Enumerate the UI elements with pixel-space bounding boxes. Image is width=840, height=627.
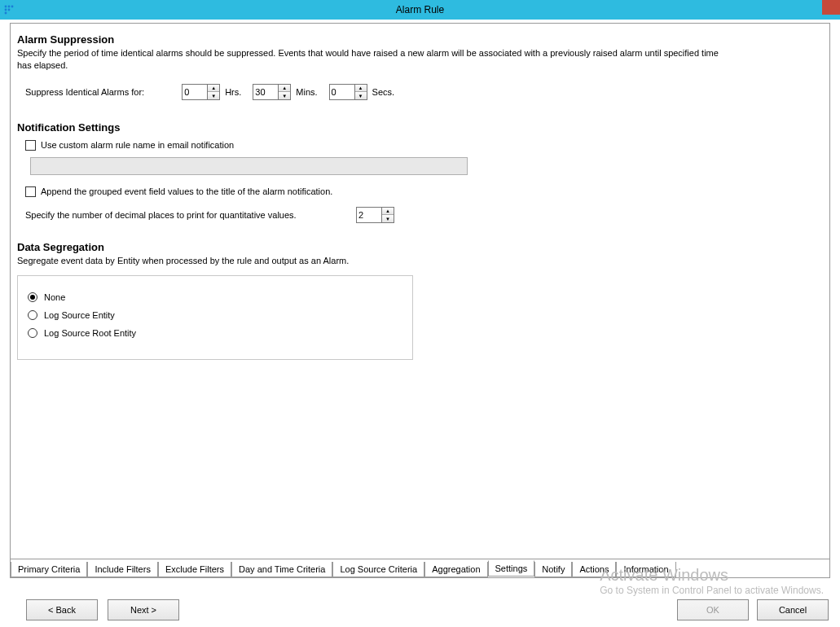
tab-information[interactable]: Information <box>616 562 675 577</box>
notification-heading: Notification Settings <box>17 121 823 134</box>
segregation-group: None Log Source Entity Log Source Root E… <box>17 275 413 360</box>
app-icon <box>0 0 18 20</box>
suppress-mins-unit: Mins. <box>296 87 317 97</box>
suppress-hrs-unit: Hrs. <box>225 87 241 97</box>
suppress-secs-field[interactable]: ▲ ▼ <box>329 84 367 100</box>
append-values-label: Append the grouped event field values to… <box>41 186 332 196</box>
suppress-secs-unit: Secs. <box>372 87 395 97</box>
decimal-up[interactable]: ▲ <box>382 208 394 216</box>
suppress-mins-field[interactable]: ▲ ▼ <box>253 84 291 100</box>
svg-point-1 <box>8 6 11 8</box>
decimal-input[interactable] <box>357 208 381 222</box>
segregation-root-label: Log Source Root Entity <box>44 328 136 338</box>
segregation-entity-radio[interactable] <box>28 310 37 320</box>
suppress-secs-input[interactable] <box>330 85 354 99</box>
tab-notify[interactable]: Notify <box>534 562 572 577</box>
suppress-mins-input[interactable] <box>253 85 278 99</box>
suppress-hrs-field[interactable]: ▲ ▼ <box>182 84 220 100</box>
tab-settings[interactable]: Settings <box>488 560 535 577</box>
suppress-label: Suppress Identical Alarms for: <box>25 87 144 97</box>
suppress-secs-up[interactable]: ▲ <box>355 85 367 93</box>
tab-strip: Primary Criteria Include Filters Exclude… <box>11 559 829 577</box>
watermark-sub: Go to System in Control Panel to activat… <box>600 585 824 596</box>
tab-actions[interactable]: Actions <box>572 562 616 577</box>
ok-button: OK <box>677 599 749 620</box>
segregation-none-label: None <box>44 292 65 302</box>
window-title: Alarm Rule <box>0 4 840 15</box>
cancel-button[interactable]: Cancel <box>757 599 829 620</box>
tab-log-source-criteria[interactable]: Log Source Criteria <box>332 562 424 577</box>
custom-name-label: Use custom alarm rule name in email noti… <box>41 140 234 150</box>
suppress-hrs-down[interactable]: ▼ <box>208 92 219 99</box>
svg-point-0 <box>5 6 7 8</box>
alarm-suppression-description: Specify the period of time identical ala… <box>17 47 726 72</box>
suppress-row: Suppress Identical Alarms for: ▲ ▼ Hrs. … <box>25 84 823 100</box>
content-pane: Alarm Suppression Specify the period of … <box>10 23 830 578</box>
decimal-label: Specify the number of decimal places to … <box>25 210 351 220</box>
custom-name-input <box>30 157 468 175</box>
alarm-suppression-heading: Alarm Suppression <box>17 33 823 46</box>
suppress-mins-up[interactable]: ▲ <box>279 85 290 93</box>
svg-point-3 <box>5 9 7 11</box>
decimal-down[interactable]: ▼ <box>382 215 394 222</box>
titlebar: Alarm Rule <box>0 0 840 20</box>
tab-day-time-criteria[interactable]: Day and Time Criteria <box>231 562 332 577</box>
tab-exclude-filters[interactable]: Exclude Filters <box>158 562 231 577</box>
custom-name-checkbox[interactable] <box>25 140 36 151</box>
segregation-description: Segregate event data by Entity when proc… <box>17 255 823 267</box>
decimal-field[interactable]: ▲ ▼ <box>356 207 394 223</box>
tab-include-filters[interactable]: Include Filters <box>87 562 157 577</box>
tab-primary-criteria[interactable]: Primary Criteria <box>11 562 87 577</box>
segregation-none-radio[interactable] <box>28 292 37 302</box>
next-button[interactable]: Next > <box>108 599 179 620</box>
suppress-secs-down[interactable]: ▼ <box>355 92 367 99</box>
suppress-hrs-input[interactable] <box>183 85 207 99</box>
tab-aggregation[interactable]: Aggregation <box>424 562 487 577</box>
back-button[interactable]: < Back <box>26 599 98 620</box>
suppress-mins-down[interactable]: ▼ <box>279 92 290 99</box>
svg-point-4 <box>8 9 11 11</box>
svg-point-5 <box>5 12 7 15</box>
append-values-checkbox[interactable] <box>25 186 36 197</box>
segregation-heading: Data Segregation <box>17 241 823 253</box>
footer-bar: < Back Next > OK Cancel <box>10 598 830 622</box>
segregation-root-radio[interactable] <box>28 328 37 338</box>
svg-point-2 <box>11 6 14 8</box>
close-icon[interactable] <box>822 0 840 15</box>
segregation-entity-label: Log Source Entity <box>44 310 115 320</box>
suppress-hrs-up[interactable]: ▲ <box>208 85 219 93</box>
